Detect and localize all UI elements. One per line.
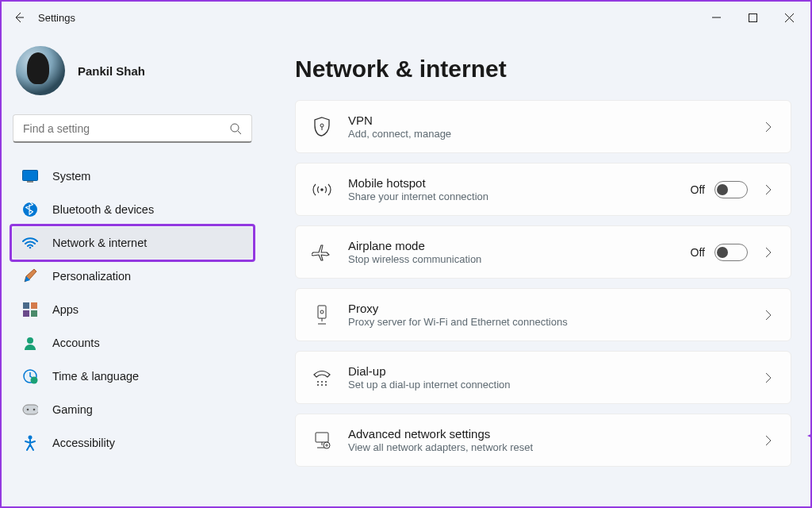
svg-rect-19: [318, 306, 326, 318]
avatar: [16, 46, 65, 95]
card-desc: View all network adapters, network reset: [348, 441, 762, 453]
hotspot-toggle[interactable]: [714, 181, 748, 198]
svg-point-10: [27, 337, 33, 344]
highlight-annotation: Network & internet: [10, 224, 255, 262]
arrow-left-icon: [13, 11, 25, 24]
svg-rect-2: [23, 171, 38, 181]
svg-point-22: [321, 381, 323, 383]
svg-point-17: [320, 124, 324, 127]
search-input[interactable]: [23, 122, 229, 135]
svg-point-20: [320, 310, 324, 314]
card-desc: Set up a dial-up internet connection: [348, 379, 762, 391]
svg-rect-3: [27, 181, 33, 183]
svg-point-23: [325, 381, 327, 383]
sidebar-item-label: Apps: [52, 303, 79, 316]
svg-point-14: [27, 409, 29, 411]
card-title: Airplane mode: [348, 239, 691, 252]
accessibility-icon: [22, 435, 38, 451]
svg-point-12: [31, 377, 38, 384]
maximize-icon: [749, 13, 757, 22]
svg-rect-8: [23, 310, 29, 317]
sidebar-item-system[interactable]: System: [13, 160, 252, 192]
accounts-icon: [22, 335, 38, 351]
sidebar-item-gaming[interactable]: Gaming: [13, 394, 252, 425]
close-button[interactable]: [771, 5, 807, 30]
chevron-right-icon: [762, 309, 775, 321]
sidebar-item-accessibility[interactable]: Accessibility: [13, 427, 252, 459]
search-icon: [229, 122, 242, 135]
sidebar-item-personalization[interactable]: Personalization: [13, 260, 252, 292]
svg-rect-7: [31, 302, 37, 309]
card-airplane-mode[interactable]: Airplane modeStop wireless communication…: [295, 225, 791, 279]
dial-up-icon: [312, 368, 332, 388]
svg-point-26: [325, 384, 327, 386]
card-dial-up[interactable]: Dial-upSet up a dial-up internet connect…: [295, 351, 791, 404]
card-title: Advanced network settings: [348, 427, 762, 441]
card-title: Dial-up: [348, 364, 762, 378]
sidebar-item-label: System: [52, 170, 90, 183]
window-title: Settings: [38, 12, 75, 24]
profile-block[interactable]: Pankil Shah: [13, 41, 252, 114]
airplane-toggle[interactable]: [714, 244, 748, 261]
main-content: Network & internet VPNAdd, connect, mana…: [263, 33, 810, 506]
sidebar-item-time-language[interactable]: Time & language: [13, 360, 252, 392]
minimize-button[interactable]: [698, 5, 734, 30]
svg-point-21: [317, 381, 319, 383]
maximize-button[interactable]: [734, 5, 771, 30]
card-title: Proxy: [348, 302, 762, 315]
sidebar: Pankil Shah System Bluetooth & devices N…: [2, 33, 263, 506]
sidebar-item-label: Network & internet: [52, 237, 147, 249]
user-name: Pankil Shah: [78, 64, 145, 78]
chevron-right-icon: [762, 183, 775, 196]
advanced-network-icon: [312, 430, 332, 451]
titlebar: Settings: [2, 2, 810, 33]
gaming-icon: [22, 402, 38, 418]
system-icon: [22, 168, 38, 184]
chevron-right-icon: [762, 121, 775, 133]
bluetooth-icon: [22, 202, 38, 217]
card-advanced-network-settings[interactable]: Advanced network settingsView all networ…: [295, 414, 791, 467]
card-desc: Stop wireless communication: [348, 253, 691, 265]
svg-point-24: [317, 384, 319, 386]
card-proxy[interactable]: ProxyProxy server for Wi-Fi and Ethernet…: [295, 288, 791, 341]
sidebar-item-bluetooth[interactable]: Bluetooth & devices: [13, 194, 252, 225]
chevron-right-icon: [762, 246, 775, 259]
toggle-state-label: Off: [691, 246, 705, 259]
close-icon: [785, 13, 794, 22]
nav-list: System Bluetooth & devices Network & int…: [13, 160, 252, 459]
svg-point-5: [29, 247, 32, 249]
svg-rect-13: [23, 405, 38, 414]
card-desc: Add, connect, manage: [348, 128, 762, 140]
svg-rect-27: [316, 433, 328, 442]
time-language-icon: [22, 368, 38, 384]
personalization-icon: [22, 268, 38, 284]
card-title: Mobile hotspot: [348, 176, 691, 190]
svg-point-25: [321, 384, 323, 386]
sidebar-item-network[interactable]: Network & internet: [13, 227, 252, 259]
sidebar-item-accounts[interactable]: Accounts: [13, 327, 252, 359]
wifi-icon: [22, 235, 38, 251]
svg-point-1: [231, 124, 239, 132]
airplane-icon: [312, 242, 332, 263]
proxy-icon: [312, 305, 332, 325]
sidebar-item-apps[interactable]: Apps: [13, 294, 252, 325]
svg-point-15: [33, 409, 36, 411]
hotspot-icon: [312, 179, 332, 200]
minimize-icon: [712, 13, 721, 22]
arrow-annotation: [803, 414, 810, 466]
card-title: VPN: [348, 114, 762, 127]
sidebar-item-label: Accessibility: [52, 437, 115, 449]
sidebar-item-label: Gaming: [52, 403, 93, 416]
back-button[interactable]: [5, 3, 33, 32]
svg-rect-0: [749, 13, 756, 21]
search-box[interactable]: [13, 114, 252, 143]
card-mobile-hotspot[interactable]: Mobile hotspotShare your internet connec…: [295, 163, 791, 216]
svg-rect-9: [31, 310, 37, 317]
vpn-icon: [312, 117, 332, 137]
svg-point-16: [29, 436, 33, 440]
card-desc: Proxy server for Wi-Fi and Ethernet conn…: [348, 316, 762, 328]
apps-icon: [22, 302, 38, 318]
card-vpn[interactable]: VPNAdd, connect, manage: [295, 100, 791, 153]
sidebar-item-label: Time & language: [52, 370, 139, 383]
svg-rect-6: [23, 302, 29, 309]
